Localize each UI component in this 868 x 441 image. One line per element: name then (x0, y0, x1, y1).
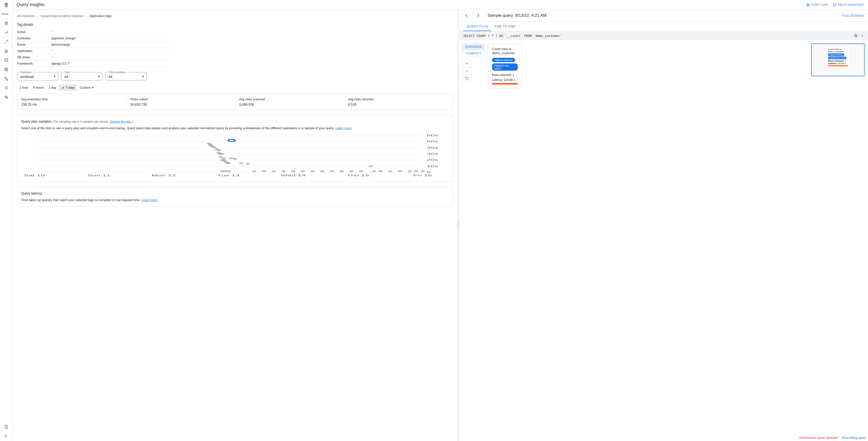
chart-sample-dot[interactable] (239, 162, 244, 164)
stat-rows-scanned: Avg rows scanned 3,069.936 (235, 94, 344, 110)
sidebar-collapse-toggle[interactable] (2, 432, 11, 441)
client-address-select[interactable]: Client address All ▾ (105, 72, 147, 80)
chevron-right-icon: › (86, 14, 87, 18)
chart-sample-dot[interactable] (398, 170, 402, 172)
timerange-option[interactable]: 6 hours (31, 84, 46, 91)
sidebar-item-users[interactable] (2, 47, 11, 55)
chart-sample-dot[interactable] (301, 170, 305, 172)
help-assistant-button[interactable]: HELP ASSISTANT (833, 3, 864, 7)
expanded-toggle[interactable]: EXPANDED (463, 44, 484, 50)
chart-sample-dot[interactable] (226, 170, 231, 172)
chart-sample-dot[interactable] (291, 170, 296, 172)
timerange-option[interactable]: 1 hour (17, 84, 31, 91)
tab-query-plan[interactable]: QUERY PLAN (463, 22, 491, 31)
plan-node-root[interactable]: Count rows in demo_customer Highest late… (488, 43, 522, 88)
chart-sample-dot[interactable] (271, 170, 276, 172)
chart-sample-dot[interactable] (339, 170, 344, 172)
timerange-option[interactable]: 7 days (59, 84, 77, 91)
chart-sample-dot[interactable] (262, 170, 266, 172)
chart-sample-dot[interactable] (222, 157, 226, 159)
header: Query insights COPY LINK HELP ASSISTANT (12, 0, 868, 10)
tab-end-to-end[interactable]: END TO END (492, 22, 519, 31)
sidebar-item-overview[interactable] (2, 19, 11, 28)
chart-sample-dot[interactable] (349, 170, 354, 172)
timerange-option[interactable]: 1 day (46, 84, 59, 91)
database-select[interactable]: Database workload ▾ (17, 72, 58, 80)
sidebar-item-generic[interactable] (2, 93, 11, 101)
chevron-down-icon: ▾ (54, 75, 56, 78)
breadcrumb-item[interactable]: All instances (17, 14, 35, 18)
chart-sample-dot[interactable] (407, 170, 412, 172)
chart-sample-dot-selected[interactable] (228, 139, 235, 142)
sidebar-item-release-notes[interactable] (2, 422, 11, 431)
zoom-out-button[interactable] (463, 67, 471, 75)
chart-sample-dot[interactable] (378, 170, 383, 172)
chart-sample-dot[interactable] (232, 158, 237, 159)
chart-sample-dot[interactable] (310, 170, 315, 172)
svg-text:Wed 14: Wed 14 (281, 174, 306, 177)
chart-sample-dot[interactable] (212, 146, 217, 148)
breadcrumb-item[interactable]: mysql-instance-demo-instance (40, 14, 83, 18)
expand-query-button[interactable] (860, 34, 864, 38)
query-text: SELECT COUNT ( * ) AS `__count` FROM `de… (463, 34, 562, 38)
svg-text:Mon 12: Mon 12 (152, 174, 176, 177)
badge-highest-row-count: Highest row count (492, 63, 518, 71)
chart-sample-dot[interactable] (226, 162, 231, 164)
compact-toggle[interactable]: COMPACT (463, 50, 484, 57)
chart-sample-dot[interactable] (246, 163, 250, 165)
chart-sample-dot[interactable] (217, 149, 221, 151)
tag-detail-row: Application' ' (17, 48, 172, 54)
prev-sample-button[interactable] (463, 12, 470, 19)
chart-sample-dot[interactable] (414, 170, 418, 172)
stat-times-called: Times called 18,435,735 (126, 94, 235, 110)
sidebar-item-backups[interactable] (2, 65, 11, 74)
chart-sample-dot[interactable] (220, 153, 224, 155)
user-select[interactable]: User All ▾ (61, 72, 102, 80)
query-latency-card: Query latency Time taken by queries that… (17, 187, 453, 207)
chart-sample-dot[interactable] (281, 170, 286, 172)
svg-point-1 (6, 50, 7, 51)
fullscreen-button[interactable]: FULLSCREEN (842, 14, 864, 18)
plan-controls: EXPANDED COMPACT (463, 43, 485, 438)
chart-sample-dot[interactable] (252, 170, 256, 172)
show-debug-panel-link[interactable]: Show debug panel (841, 436, 866, 440)
stat-avg-exec: Avg execution time 158.25 ms (17, 94, 126, 110)
sidebar-item-connections[interactable] (2, 37, 11, 46)
learn-more-link[interactable]: Learn more (336, 126, 351, 130)
samples-scatter-chart[interactable]: 010s20s30s40s50s60sSat 10Sun 11Mon 12Tue… (21, 134, 449, 177)
tag-detail-row: Route'demo/charge' (17, 41, 172, 48)
tag-detail-row: Action' ' (17, 29, 172, 35)
pane-splitter[interactable] (457, 10, 459, 441)
content-split: All instances › mysql-instance-demo-inst… (12, 10, 868, 441)
query-plan-canvas[interactable]: EXPANDED COMPACT Count rows in demo_cust… (459, 40, 868, 441)
chart-sample-dot[interactable] (388, 170, 393, 172)
chart-sample-dot[interactable] (320, 170, 324, 172)
plan-minimap[interactable]: Count rows in demo_customer Highest late… (811, 43, 865, 76)
sidebar-item-replicas[interactable] (2, 74, 11, 83)
sidebar-item-query-insights[interactable] (2, 28, 11, 37)
chart-sample-dot[interactable] (359, 170, 363, 172)
svg-text:40s: 40s (427, 146, 438, 149)
sidebar-item-databases[interactable] (2, 56, 11, 65)
learn-more-link[interactable]: Learn more (141, 198, 157, 202)
next-sample-button[interactable] (475, 12, 482, 19)
timerange-option[interactable]: Custom ▼ (77, 84, 96, 91)
zoom-controls (463, 60, 471, 82)
copy-link-button[interactable]: COPY LINK (806, 3, 828, 7)
chart-sample-dot[interactable] (421, 170, 425, 172)
copy-query-button[interactable] (854, 34, 858, 38)
svg-text:Thu 15: Thu 15 (347, 174, 369, 177)
cloud-sql-logo (3, 2, 9, 8)
svg-rect-2 (5, 59, 8, 62)
chart-sample-dot[interactable] (369, 166, 373, 167)
sidebar-item-operations[interactable] (2, 84, 11, 92)
time-range-selector: 1 hour6 hours1 day7 daysCustom ▼ (17, 84, 453, 91)
chart-sample-dot[interactable] (330, 170, 334, 172)
change-rate-link[interactable]: Change the rate. (110, 120, 131, 123)
chart-sample-dot[interactable] (372, 170, 376, 172)
zoom-reset-button[interactable] (463, 75, 471, 82)
stat-rows-returned: Avg rows returned 0.516 (344, 94, 453, 110)
zoom-in-button[interactable] (463, 60, 471, 67)
chart-sample-dot[interactable] (218, 156, 223, 158)
svg-text:Sat 10: Sat 10 (24, 174, 45, 177)
